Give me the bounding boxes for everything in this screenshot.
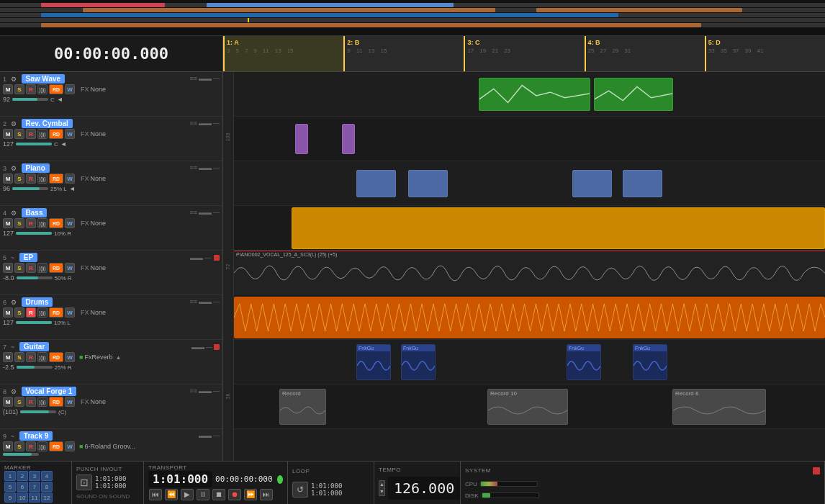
track-5-row[interactable]: PIANO002_VOCAL_125_A_SC3(L) (25) (+5)	[234, 251, 825, 295]
track-1-rec[interactable]: R	[26, 84, 36, 94]
track-9-row[interactable]	[234, 429, 825, 461]
system-close-btn[interactable]	[813, 467, 820, 474]
track-2-fx-val[interactable]: None	[91, 130, 107, 138]
track-5-name[interactable]: EP	[19, 253, 37, 262]
track-2-block-2[interactable]	[342, 124, 355, 154]
track-8-block-record8[interactable]: Record 8	[672, 389, 766, 425]
track-7-row[interactable]: FnkGu FnkGu FnkGu	[234, 340, 825, 384]
track-2-name[interactable]: Rev. Cymbal	[22, 119, 73, 128]
track-3-write[interactable]: W	[65, 174, 75, 184]
btn-stop[interactable]: ⏹	[212, 489, 225, 500]
track-3-rd[interactable]: RD	[49, 174, 63, 184]
btn-pause[interactable]: ⏸	[197, 489, 209, 500]
timeline-ruler[interactable]: 1: A 3579111315 2: B 9111315 3: C 171921…	[223, 36, 825, 71]
track-3-block-1[interactable]	[356, 170, 396, 197]
track-area[interactable]: 108 72 36	[223, 72, 825, 461]
marker-btn-12[interactable]: 12	[41, 492, 53, 503]
track-1-row[interactable]	[234, 72, 825, 117]
ruler-section-2[interactable]: 2: B 9111315	[343, 36, 464, 71]
track-8-block-record10[interactable]: Record 10	[487, 389, 568, 425]
btn-rewind[interactable]: ⏮	[149, 489, 162, 500]
track-7-block-3[interactable]: FnkGu	[567, 344, 601, 380]
ruler-section-4[interactable]: 4: B 25272931	[585, 36, 705, 71]
track-3-row[interactable]	[234, 161, 825, 206]
track-3-rec[interactable]: R	[26, 174, 36, 184]
track-2-rd[interactable]: RD	[49, 129, 63, 139]
track-5-header: 5 ~ EP ▬▬ — M S R )))) RD W FX None	[0, 251, 222, 295]
track-3-block-2[interactable]	[408, 170, 448, 197]
btn-prev[interactable]: ⏪	[165, 489, 178, 500]
track-2-vol-slider[interactable]	[16, 143, 52, 145]
marker-btn-9[interactable]: 9	[4, 492, 16, 503]
marker-btn-11[interactable]: 11	[29, 492, 40, 503]
track-8-block-record[interactable]: Record	[279, 389, 326, 425]
track-3-block-3[interactable]	[572, 170, 612, 197]
loop-icon[interactable]: ↺	[292, 482, 308, 498]
track-1-rd[interactable]: RD	[49, 84, 63, 94]
track-7-block-2[interactable]: FnkGu	[401, 344, 436, 380]
ruler-section-3[interactable]: 3: C 17192123	[464, 36, 584, 71]
punch-in-val: 1:01:000	[95, 475, 126, 482]
track-2-write[interactable]: W	[65, 129, 75, 139]
track-1-solo[interactable]: S	[14, 84, 24, 94]
btn-end[interactable]: ⏭	[260, 489, 273, 500]
marker-btn-8[interactable]: 8	[41, 482, 53, 492]
track-1-fx-val[interactable]: None	[91, 86, 107, 93]
punch-icon[interactable]: ⊡	[76, 474, 92, 490]
ruler-section-5[interactable]: 5: D 3335373941	[705, 36, 825, 71]
track-1-name[interactable]: Saw Wave	[22, 74, 66, 84]
marker-btn-6[interactable]: 6	[17, 482, 28, 492]
track-5-block-1[interactable]: PIANO002_VOCAL_125_A_SC3(L) (25) (+5)	[234, 251, 825, 295]
marker-btn-4[interactable]: 4	[41, 471, 53, 481]
track-8-record10-label: Record 10	[488, 390, 567, 397]
btn-play[interactable]: ▶	[181, 489, 194, 500]
track-7-header: 7 ~ Guitar ▬▬ — M S R )))) RD W ■ FxReve…	[0, 340, 222, 384]
track-6-name[interactable]: Drums	[22, 297, 53, 307]
track-4-name[interactable]: Bass	[22, 208, 48, 217]
track-3-block-4[interactable]	[623, 170, 662, 197]
track-3-mute[interactable]: M	[3, 174, 13, 184]
btn-record[interactable]: ⏺	[228, 489, 241, 500]
track-8-row[interactable]: Record Record 10 Record 8	[234, 384, 825, 429]
marker-btn-10[interactable]: 10	[17, 492, 28, 503]
track-6-block-1[interactable]	[234, 297, 825, 338]
marker-btn-7[interactable]: 7	[29, 482, 40, 492]
track-9-name[interactable]: Track 9	[19, 431, 53, 441]
punch-label: PUNCH IN/OUT	[76, 466, 139, 472]
track-2-mode[interactable]: ))))	[37, 129, 48, 139]
track-1-header: 1 ⚙ Saw Wave ≡≡ ▬▬ — M S R )))) RD W FX …	[0, 72, 222, 117]
cpu-label: CPU	[465, 481, 477, 487]
ruler-section-1[interactable]: 1: A 3579111315	[223, 36, 343, 71]
marker-btn-3[interactable]: 3	[29, 471, 40, 481]
track-1-mode[interactable]: ))))	[37, 84, 48, 94]
track-2-row[interactable]	[234, 117, 825, 161]
track-1-mute[interactable]: M	[3, 84, 13, 94]
marker-btn-5[interactable]: 5	[4, 482, 16, 492]
marker-btn-2[interactable]: 2	[17, 471, 28, 481]
track-6-header: 6 ⚙ Drums ≡≡▬▬— M S R )))) RD W FX None …	[0, 295, 222, 340]
track-1-block-2[interactable]	[594, 78, 673, 111]
track-6-row[interactable]	[234, 295, 825, 340]
track-1-vol-slider[interactable]	[12, 98, 48, 101]
track-3-solo[interactable]: S	[14, 174, 24, 184]
track-2-mute[interactable]: M	[3, 129, 13, 139]
track-1-block-1[interactable]	[479, 78, 590, 111]
track-1-pan-knob[interactable]: ◄	[57, 96, 63, 103]
tempo-controls[interactable]: ▲ ▼	[379, 480, 385, 496]
tempo-section: TEMPO ▲ ▼ 126.000	[374, 462, 461, 504]
track-3-name[interactable]: Piano	[22, 163, 50, 173]
track-7-label-2: FnkGu	[402, 345, 435, 351]
marker-btn-1[interactable]: 1	[4, 471, 16, 481]
track-2-rec[interactable]: R	[26, 129, 36, 139]
track-7-block-1[interactable]: FnkGu	[356, 344, 391, 380]
track-1-write[interactable]: W	[65, 84, 75, 94]
track-7-name[interactable]: Guitar	[19, 342, 49, 351]
track-2-block-1[interactable]	[295, 124, 308, 154]
track-3-vol-slider[interactable]	[12, 187, 48, 190]
track-2-solo[interactable]: S	[14, 129, 24, 139]
track-4-row[interactable]	[234, 206, 825, 251]
track-8-name[interactable]: Vocal Forge 1	[22, 387, 77, 396]
track-7-block-4[interactable]: FnkGu	[633, 344, 667, 380]
track-4-block-1[interactable]	[292, 207, 825, 249]
btn-forward[interactable]: ⏩	[244, 489, 257, 500]
